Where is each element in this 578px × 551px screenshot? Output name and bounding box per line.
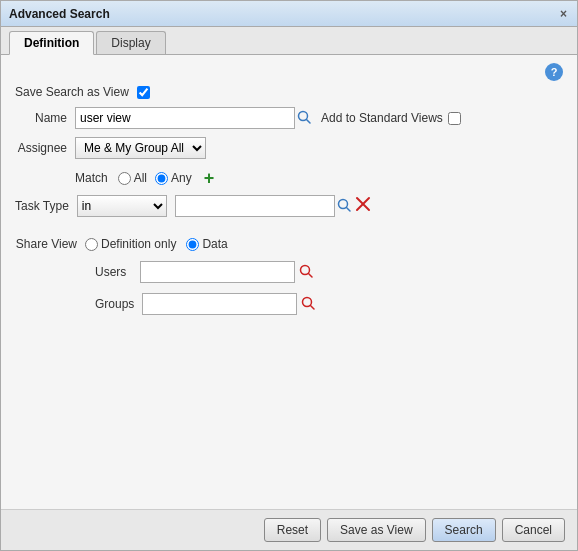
users-row: Users bbox=[15, 261, 563, 283]
users-label: Users bbox=[95, 265, 140, 279]
save-search-checkbox[interactable] bbox=[137, 86, 150, 99]
share-section: Share View Definition only Data Users bbox=[15, 237, 563, 315]
share-data-radio[interactable] bbox=[186, 238, 199, 251]
task-type-value-input[interactable] bbox=[175, 195, 335, 217]
advanced-search-dialog: Advanced Search × Definition Display ? S… bbox=[0, 0, 578, 551]
name-input[interactable] bbox=[75, 107, 295, 129]
match-all-radio[interactable] bbox=[118, 172, 131, 185]
name-search-icon[interactable] bbox=[297, 110, 311, 127]
name-row: Name Add to Standard Views bbox=[15, 107, 563, 129]
share-data-option[interactable]: Data bbox=[186, 237, 227, 251]
help-button[interactable]: ? bbox=[545, 63, 563, 81]
users-input[interactable] bbox=[140, 261, 295, 283]
match-all-label: All bbox=[134, 171, 147, 185]
help-row: ? bbox=[15, 63, 563, 81]
svg-line-1 bbox=[307, 119, 311, 123]
share-view-label: Share View bbox=[15, 237, 85, 251]
share-view-radio-group: Definition only Data bbox=[85, 237, 228, 251]
share-definition-only-option[interactable]: Definition only bbox=[85, 237, 176, 251]
search-button[interactable]: Search bbox=[432, 518, 496, 542]
match-any-radio[interactable] bbox=[155, 172, 168, 185]
match-label: Match bbox=[75, 171, 108, 185]
save-as-view-button[interactable]: Save as View bbox=[327, 518, 426, 542]
groups-label: Groups bbox=[95, 297, 142, 311]
share-definition-label: Definition only bbox=[101, 237, 176, 251]
groups-input[interactable] bbox=[142, 293, 297, 315]
share-data-label: Data bbox=[202, 237, 227, 251]
svg-line-9 bbox=[311, 305, 315, 309]
share-view-row: Share View Definition only Data bbox=[15, 237, 563, 251]
match-any-option[interactable]: Any bbox=[155, 171, 192, 185]
tab-definition[interactable]: Definition bbox=[9, 31, 94, 55]
close-button[interactable]: × bbox=[558, 7, 569, 21]
title-bar: Advanced Search × bbox=[1, 1, 577, 27]
match-all-option[interactable]: All bbox=[118, 171, 147, 185]
task-type-search-icon[interactable] bbox=[337, 198, 351, 215]
tabs-bar: Definition Display bbox=[1, 27, 577, 55]
tab-display[interactable]: Display bbox=[96, 31, 165, 54]
save-search-row: Save Search as View bbox=[15, 85, 563, 99]
match-radio-group: All Any + bbox=[118, 169, 215, 187]
groups-search-icon[interactable] bbox=[301, 296, 315, 313]
svg-line-7 bbox=[309, 273, 313, 277]
match-any-label: Any bbox=[171, 171, 192, 185]
add-condition-button[interactable]: + bbox=[204, 169, 215, 187]
add-to-standard-row: Add to Standard Views bbox=[321, 111, 461, 125]
add-to-standard-checkbox[interactable] bbox=[448, 112, 461, 125]
cancel-button[interactable]: Cancel bbox=[502, 518, 565, 542]
svg-line-3 bbox=[346, 207, 350, 211]
match-row: Match All Any + bbox=[15, 169, 563, 187]
task-type-remove-button[interactable] bbox=[355, 196, 371, 217]
users-search-icon[interactable] bbox=[299, 264, 313, 281]
task-type-operator-select[interactable]: in not in = != bbox=[77, 195, 167, 217]
reset-button[interactable]: Reset bbox=[264, 518, 321, 542]
dialog-title: Advanced Search bbox=[9, 7, 110, 21]
add-to-standard-label: Add to Standard Views bbox=[321, 111, 443, 125]
content-area: ? Save Search as View Name Add to Standa… bbox=[1, 55, 577, 509]
share-definition-radio[interactable] bbox=[85, 238, 98, 251]
task-type-label: Task Type bbox=[15, 199, 77, 213]
task-type-row: Task Type in not in = != bbox=[15, 195, 563, 217]
assignee-select[interactable]: Me & My Group All Me & My Group Me My Gr… bbox=[75, 137, 206, 159]
assignee-label: Assignee bbox=[15, 141, 75, 155]
assignee-row: Assignee Me & My Group All Me & My Group… bbox=[15, 137, 563, 159]
groups-row: Groups bbox=[15, 293, 563, 315]
footer: Reset Save as View Search Cancel bbox=[1, 509, 577, 550]
name-label: Name bbox=[15, 111, 75, 125]
save-search-label: Save Search as View bbox=[15, 85, 129, 99]
